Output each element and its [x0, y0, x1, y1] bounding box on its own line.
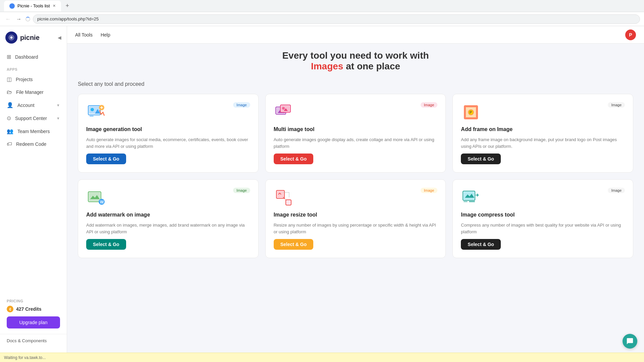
select-go-button-2[interactable]: Select & Go	[461, 154, 501, 164]
redeem-label: Redeem Code	[16, 141, 46, 147]
team-label: Team Members	[17, 129, 50, 134]
sidebar-item-file-manager[interactable]: 🗁 File Manager	[0, 86, 67, 99]
tool-desc-0: Auto generate images for social media, e…	[86, 136, 250, 149]
account-label: Account	[17, 103, 35, 108]
tool-desc-5: Compress any number of images with best …	[461, 222, 625, 235]
tool-card-4: Image Image resize tool Resize any numbe…	[265, 179, 446, 258]
svg-rect-27	[277, 191, 284, 198]
browser-tab-bar: Picnie - Tools list ✕ +	[0, 0, 644, 12]
tool-icon-4	[274, 188, 294, 208]
loading-indicator	[25, 17, 30, 21]
status-bar: Waiting for va.tawk.to...	[0, 353, 644, 362]
back-button[interactable]: ←	[4, 15, 12, 23]
tool-desc-3: Add watermark on images, merge images, a…	[86, 222, 250, 235]
select-go-button-5[interactable]: Select & Go	[461, 239, 501, 250]
sidebar-item-dashboard[interactable]: ⊞ Dashboard	[0, 50, 67, 63]
redeem-icon: 🏷	[7, 141, 12, 147]
svg-rect-17	[464, 117, 478, 119]
tool-badge-3: Image	[233, 188, 250, 193]
tool-badge-5: Image	[608, 188, 625, 193]
tool-icon-0	[86, 102, 106, 122]
url-text: picnie.com/app/tools.php?id=25	[37, 16, 99, 21]
select-go-button-0[interactable]: Select & Go	[86, 154, 126, 164]
tab-favicon	[9, 3, 15, 9]
sidebar-item-docs[interactable]: Docs & Components	[0, 334, 67, 347]
sidebar-item-projects[interactable]: ◫ Projects	[0, 73, 67, 86]
upgrade-plan-button[interactable]: Upgrade plan	[7, 316, 60, 328]
forward-button[interactable]: →	[15, 15, 23, 23]
file-manager-icon: 🗁	[7, 89, 12, 95]
tool-name-3: Add watermark on image	[86, 212, 250, 218]
svg-rect-19	[476, 106, 478, 119]
top-nav: All Tools Help P	[67, 26, 644, 44]
support-label: Support Center	[15, 116, 47, 121]
tab-title: Picnie - Tools list	[17, 3, 50, 8]
svg-rect-5	[90, 116, 94, 117]
tool-badge-1: Image	[421, 102, 438, 108]
tool-icon-5	[461, 188, 481, 208]
svg-rect-16	[464, 106, 478, 107]
tool-card-2: P Image Add frame on Image Add any frame…	[452, 94, 633, 173]
team-icon: 👥	[7, 128, 13, 134]
apps-section-label: APPS	[0, 63, 67, 73]
support-chevron-icon: ▼	[56, 116, 60, 120]
sidebar-collapse-button[interactable]: ◀	[58, 35, 61, 40]
tool-icon-2: P	[461, 102, 481, 122]
card-header-1: Image	[274, 102, 438, 122]
title-highlight: Images	[311, 61, 343, 71]
tool-card-5: Image Image compress tool Compress any n…	[452, 179, 633, 258]
status-text: Waiting for va.tawk.to...	[4, 355, 46, 360]
card-header-0: Image	[86, 102, 250, 122]
logo-area: picnie ◀	[0, 32, 67, 50]
select-go-button-1[interactable]: Select & Go	[274, 154, 314, 164]
dashboard-icon: ⊞	[7, 54, 11, 60]
browser-nav-bar: ← → picnie.com/app/tools.php?id=25	[0, 12, 644, 26]
svg-point-12	[282, 107, 285, 110]
user-avatar[interactable]: P	[625, 29, 636, 40]
card-header-3: W Image	[86, 188, 250, 208]
address-bar[interactable]: picnie.com/app/tools.php?id=25	[33, 14, 640, 24]
select-go-button-3[interactable]: Select & Go	[86, 239, 126, 250]
tool-name-4: Image resize tool	[274, 212, 438, 218]
main-content: All Tools Help P Every tool you need to …	[67, 26, 644, 353]
new-tab-button[interactable]: +	[64, 0, 71, 11]
tool-desc-4: Resize any number of images by using per…	[274, 222, 438, 235]
tool-name-0: Image generation tool	[86, 126, 250, 132]
tool-icon-1	[274, 102, 294, 122]
active-tab[interactable]: Picnie - Tools list ✕	[4, 1, 61, 11]
select-go-button-4[interactable]: Select & Go	[274, 239, 314, 250]
tool-desc-2: Add any frame image on background image,…	[461, 136, 625, 149]
logo-text: picnie	[20, 34, 40, 42]
app-container: picnie ◀ ⊞ Dashboard APPS ◫ Projects 🗁 F…	[0, 26, 644, 353]
title-part2: at one place	[343, 61, 400, 71]
svg-rect-32	[469, 201, 475, 202]
tool-badge-4: Image	[421, 188, 438, 193]
account-icon: 👤	[7, 102, 13, 108]
nav-help[interactable]: Help	[101, 29, 110, 40]
sidebar-item-team[interactable]: 👥 Team Members	[0, 125, 67, 138]
content-area: Every tool you need to work with Images …	[67, 44, 644, 353]
tool-badge-0: Image	[233, 102, 250, 108]
svg-text:P: P	[470, 110, 472, 114]
credits-text: 427 Credits	[16, 306, 41, 312]
pricing-section: PRICING ₵ 427 Credits Upgrade plan	[0, 294, 67, 334]
card-header-4: Image	[274, 188, 438, 208]
svg-rect-18	[464, 106, 466, 119]
tools-grid: Image Image generation tool Auto generat…	[78, 94, 633, 258]
sidebar-item-account[interactable]: 👤 Account ▼	[0, 99, 67, 112]
page-title: Every tool you need to work with Images …	[78, 50, 633, 72]
svg-rect-23	[89, 192, 100, 201]
tab-close-button[interactable]: ✕	[53, 4, 56, 8]
tool-card-0: Image Image generation tool Auto generat…	[78, 94, 259, 173]
chat-bubble-button[interactable]	[623, 334, 637, 349]
sidebar-item-redeem[interactable]: 🏷 Redeem Code	[0, 138, 67, 150]
logo-icon	[5, 32, 17, 44]
sidebar-item-support[interactable]: ⊙ Support Center ▼	[0, 112, 67, 125]
tool-icon-3: W	[86, 188, 106, 208]
tool-name-1: Multi image tool	[274, 126, 438, 132]
card-header-2: P Image	[461, 102, 625, 122]
title-part1: Every tool you need to work with	[282, 50, 429, 61]
page-header: Every tool you need to work with Images …	[78, 50, 633, 72]
svg-rect-31	[464, 201, 468, 202]
nav-all-tools[interactable]: All Tools	[75, 29, 93, 40]
